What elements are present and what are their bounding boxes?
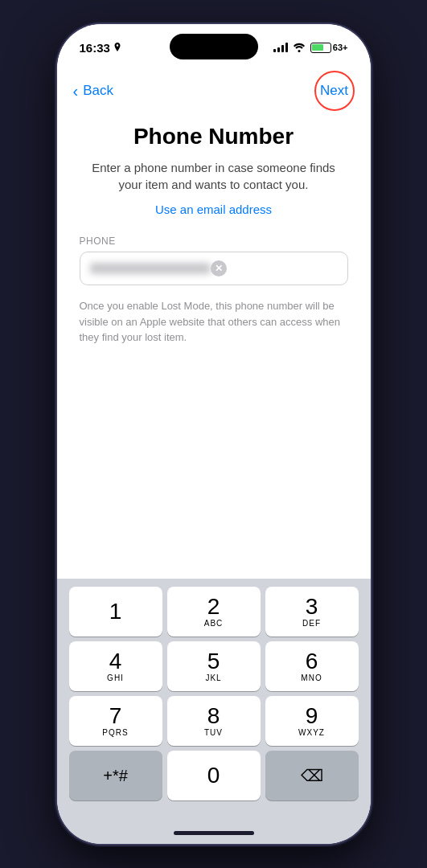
clear-button[interactable]: ✕ [211,260,227,276]
battery-fill [312,44,322,51]
status-time: 16:33 [80,41,121,55]
key-delete[interactable]: ⌫ [265,751,359,800]
next-button[interactable]: Next [314,71,355,111]
key-2[interactable]: 2 ABC [167,587,261,637]
battery-indicator: 63+ [310,43,348,53]
disclaimer-text: Once you enable Lost Mode, this phone nu… [80,298,348,346]
back-label: Back [83,83,113,99]
back-button[interactable]: ‹ Back [73,82,113,100]
status-icons: 63+ [273,43,348,53]
phone-frame: 16:33 [57,24,371,844]
close-icon: ✕ [215,264,223,273]
battery-body [310,43,331,53]
keyboard-row-2: 4 GHI 5 JKL 6 MNO [60,641,367,691]
phone-field-label: PHONE [80,235,348,247]
key-special[interactable]: +*# [69,751,162,800]
key-5[interactable]: 5 JKL [167,641,261,691]
key-9[interactable]: 9 WXYZ [265,696,359,746]
chevron-left-icon: ‹ [73,82,79,100]
home-bar [174,831,254,835]
dynamic-island [170,34,258,59]
phone-field-container: PHONE ✕ [80,235,348,285]
nav-bar: ‹ Back Next [57,64,371,121]
key-4[interactable]: 4 GHI [69,641,162,691]
signal-bars-icon [273,43,288,52]
key-1[interactable]: 1 [69,587,162,637]
keyboard-row-1: 1 2 ABC 3 DEF [60,587,367,637]
keyboard-row-3: 7 PQRS 8 TUV 9 WXYZ [60,696,367,746]
content-area: Phone Number Enter a phone number in cas… [57,121,371,579]
phone-screen: 16:33 [57,24,371,844]
keyboard-row-4: +*# 0 ⌫ [60,751,367,800]
svg-point-0 [298,50,300,52]
page-title: Phone Number [80,124,348,149]
home-indicator [57,821,371,844]
wifi-icon [293,43,306,52]
next-label: Next [320,83,348,99]
key-0[interactable]: 0 [167,751,261,800]
key-6[interactable]: 6 MNO [265,641,359,691]
key-3[interactable]: 3 DEF [265,587,359,637]
keyboard-area: 1 2 ABC 3 DEF 4 GHI 5 JKL [57,579,371,821]
phone-input-row[interactable]: ✕ [80,252,348,285]
delete-icon: ⌫ [301,766,323,785]
key-8[interactable]: 8 TUV [167,696,261,746]
email-link[interactable]: Use an email address [80,203,348,216]
special-symbol: +*# [103,767,128,785]
phone-input-value [90,263,211,274]
subtitle-text: Enter a phone number in case someone fin… [80,159,348,193]
battery-percentage: 63+ [333,43,348,52]
location-icon [113,43,121,52]
key-7[interactable]: 7 PQRS [69,696,162,746]
